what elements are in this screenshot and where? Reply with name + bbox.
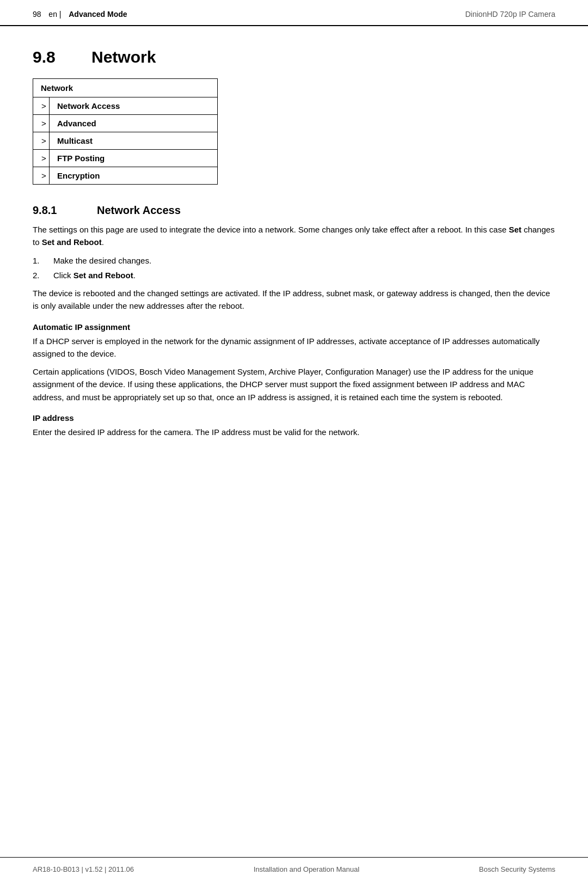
intro-paragraph: The settings on this page are used to in… (33, 223, 555, 249)
header-left: 98 en | Advanced Mode (33, 10, 127, 19)
page-header: 98 en | Advanced Mode DinionHD 720p IP C… (0, 0, 588, 26)
subsection-9-8-1-heading: Network Access (97, 204, 181, 217)
page-footer: AR18-10-B013 | v1.52 | 2011.06 Installat… (0, 857, 588, 881)
nav-table-header: Network (33, 79, 218, 97)
section-9-8-number: 9.8 (33, 48, 76, 66)
table-row: > Encryption (33, 167, 218, 185)
header-separator: en | (46, 10, 63, 19)
table-row: > FTP Posting (33, 150, 218, 167)
para-3: If a DHCP server is employed in the netw… (33, 335, 555, 360)
nav-arrow-4: > (33, 150, 50, 167)
subsection-body: The settings on this page are used to in… (33, 223, 555, 438)
page-container: 98 en | Advanced Mode DinionHD 720p IP C… (0, 0, 588, 881)
subheading-auto-ip: Automatic IP assignment (33, 322, 555, 332)
section-9-8-heading: Network (91, 48, 156, 66)
nav-arrow-3: > (33, 132, 50, 150)
nav-arrow-2: > (33, 115, 50, 132)
main-content: 9.8 Network Network > Network Access > A… (0, 26, 588, 881)
subheading-ip-address: IP address (33, 413, 555, 423)
header-product: DinionHD 720p IP Camera (465, 10, 556, 19)
intro-bold-set: Set (509, 225, 521, 234)
list-item: 1. Make the desired changes. (33, 254, 555, 267)
nav-label-5[interactable]: Encryption (50, 167, 218, 185)
footer-left: AR18-10-B013 | v1.52 | 2011.06 (33, 865, 134, 873)
footer-center: Installation and Operation Manual (254, 865, 359, 873)
nav-arrow-5: > (33, 167, 50, 185)
nav-label-1[interactable]: Network Access (50, 97, 218, 115)
intro-bold-set-reboot: Set and Reboot (42, 237, 102, 247)
header-mode: Advanced Mode (69, 10, 127, 19)
table-row: > Network Access (33, 97, 218, 115)
footer-right: Bosch Security Systems (479, 865, 555, 873)
para-5: Enter the desired IP address for the cam… (33, 426, 555, 438)
subsection-9-8-1-number: 9.8.1 (33, 204, 82, 217)
intro-text-1: The settings on this page are used to in… (33, 225, 509, 234)
steps-list: 1. Make the desired changes. 2. Click Se… (33, 254, 555, 282)
para-2-text: The device is rebooted and the changed s… (33, 289, 550, 310)
page-number: 98 (33, 10, 41, 19)
nav-label-3[interactable]: Multicast (50, 132, 218, 150)
nav-label-4[interactable]: FTP Posting (50, 150, 218, 167)
nav-label-2[interactable]: Advanced (50, 115, 218, 132)
step-2-bold: Set and Reboot (74, 271, 133, 280)
step-2-text: Click Set and Reboot. (53, 269, 136, 282)
step-1-text: Make the desired changes. (53, 254, 151, 267)
section-9-8-title: 9.8 Network (33, 48, 555, 66)
intro-text-3: . (102, 237, 104, 247)
step-1-num: 1. (33, 254, 45, 267)
table-row: > Multicast (33, 132, 218, 150)
para-2: The device is rebooted and the changed s… (33, 287, 555, 313)
network-nav-table: Network > Network Access > Advanced > Mu… (33, 78, 218, 185)
section-9-8-1: 9.8.1 Network Access The settings on thi… (33, 204, 555, 438)
list-item: 2. Click Set and Reboot. (33, 269, 555, 282)
step-2-num: 2. (33, 269, 45, 282)
para-4: Certain applications (VIDOS, Bosch Video… (33, 365, 555, 403)
subsection-9-8-1-title: 9.8.1 Network Access (33, 204, 555, 217)
table-row: > Advanced (33, 115, 218, 132)
nav-arrow-1: > (33, 97, 50, 115)
